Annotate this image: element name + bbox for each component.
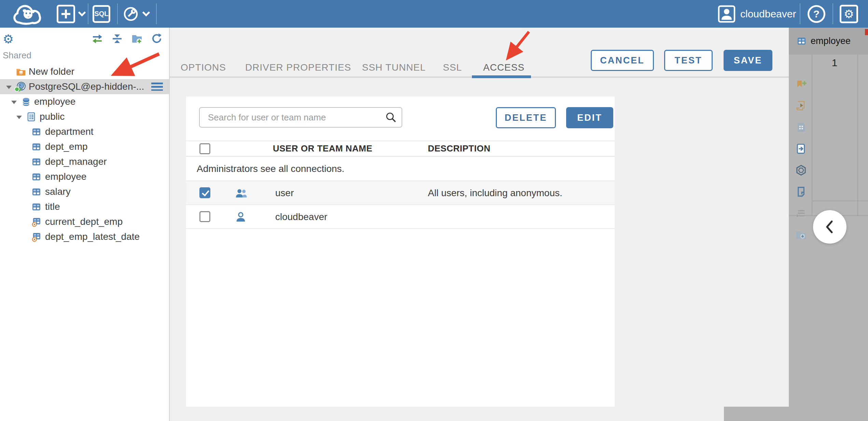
grid-line (857, 55, 858, 216)
tree-item-icon (31, 142, 42, 152)
row-checkbox[interactable] (199, 211, 210, 222)
tree-item-label: dept_emp_latest_date (45, 229, 140, 244)
tree-item-label: title (45, 199, 60, 214)
connection-settings-tab[interactable]: SSH TUNNEL (362, 60, 426, 75)
wrench-icon (122, 5, 139, 23)
tree-item[interactable]: employee (0, 169, 169, 184)
test-button[interactable]: TEST (664, 50, 713, 71)
connection-settings-tab[interactable]: DRIVER PROPERTIES (245, 60, 351, 75)
app-header: SQL cloudbeaver ? ⚙ (0, 0, 868, 28)
gear-icon: ⚙ (840, 5, 858, 23)
access-panel: DELETE EDIT USER OR TEAM NAME DESCRIPTIO… (186, 97, 615, 407)
tab-employee-label: employee (811, 28, 851, 55)
header-divider (117, 3, 118, 24)
connection-settings-tab[interactable]: OPTIONS (181, 60, 226, 75)
tab-label: OPTIONS (181, 62, 226, 73)
tree-item[interactable]: employee (0, 94, 169, 109)
user-name-label: cloudbeaver (740, 8, 796, 20)
grid-line (812, 201, 868, 201)
tree-item[interactable]: title (0, 199, 169, 214)
table-icon (796, 36, 807, 46)
cloudbeaver-logo-icon (9, 2, 47, 26)
tree-item-label: department (45, 124, 94, 139)
tree-item-label: public (40, 109, 65, 124)
tree-item-icon (31, 202, 42, 212)
tree-item[interactable]: current_dept_emp (0, 214, 169, 229)
table-viewer-panel: employee 1 (789, 28, 868, 421)
ai-assistant-icon[interactable] (795, 164, 807, 176)
tree-item-icon (26, 112, 37, 122)
tree-item-label: New folder (29, 64, 74, 79)
export-data-icon[interactable] (795, 143, 807, 155)
tab-label: DRIVER PROPERTIES (245, 62, 351, 73)
edit-button[interactable]: EDIT (566, 107, 613, 128)
search-icon[interactable] (385, 112, 397, 123)
tree-item[interactable]: dept_manager (0, 154, 169, 169)
sql-editor-button[interactable]: SQL (93, 0, 110, 28)
collapse-all-icon[interactable] (111, 32, 123, 45)
tree-item-icon (21, 97, 31, 107)
search-field-wrap (199, 107, 402, 128)
column-header-name: USER OR TEAM NAME (273, 141, 373, 156)
sync-connection-icon[interactable] (91, 32, 103, 45)
tree-item-label: salary (45, 184, 71, 199)
connection-tools-button[interactable] (122, 0, 149, 28)
settings-button[interactable]: ⚙ (840, 0, 858, 28)
tree-item-label: employee (34, 94, 75, 109)
tree-item[interactable]: public (0, 109, 169, 124)
tree-item-label: dept_emp (45, 139, 88, 154)
tree-item[interactable]: New folder (0, 64, 169, 79)
search-input[interactable] (199, 107, 402, 128)
help-button[interactable]: ? (808, 0, 825, 28)
tree-item[interactable]: dept_emp (0, 139, 169, 154)
connection-settings-tab[interactable]: ACCESS (483, 60, 524, 75)
delete-button[interactable]: DELETE (496, 107, 556, 128)
cancel-button[interactable]: CANCEL (591, 50, 654, 71)
navigator-toolbar (91, 32, 163, 45)
tree-item-label: employee (45, 169, 86, 184)
folder-import-icon[interactable] (795, 229, 807, 241)
expander-chevron-icon[interactable] (16, 116, 22, 119)
add-folder-icon[interactable] (131, 32, 143, 45)
execute-list-icon[interactable] (795, 207, 807, 219)
grid-document-icon[interactable] (795, 121, 807, 133)
tree-item[interactable]: PostgreSQL@ep-hidden-... (0, 79, 169, 94)
tree-item-icon (31, 127, 42, 137)
execute-script-icon[interactable] (795, 100, 807, 112)
item-menu-icon[interactable] (151, 83, 163, 91)
plus-icon (57, 5, 75, 23)
tree-item[interactable]: department (0, 124, 169, 139)
connection-settings-tab[interactable]: SSL (443, 60, 462, 75)
row-checkbox[interactable] (199, 187, 210, 198)
subject-name: cloudbeaver (275, 205, 327, 229)
tab-label: SSH TUNNEL (362, 62, 426, 73)
sql-icon: SQL (93, 5, 110, 23)
tree-item[interactable]: salary (0, 184, 169, 199)
bookmark-add-icon[interactable] (795, 78, 807, 90)
cloudbeaver-app: SQL cloudbeaver ? ⚙ ⚙ Shared (0, 0, 868, 421)
access-table-header: USER OR TEAM NAME DESCRIPTION (186, 141, 615, 157)
tree-item[interactable]: dept_emp_latest_date (0, 229, 169, 244)
navigator-settings-gear-icon[interactable]: ⚙ (3, 33, 14, 45)
access-row-user[interactable]: user All users, including anonymous. (186, 181, 615, 205)
expander-chevron-icon[interactable] (11, 101, 17, 104)
subject-description: All users, including anonymous. (428, 181, 562, 205)
header-divider (88, 3, 88, 24)
grid-row-number: 1 (812, 57, 857, 69)
user-menu-button[interactable]: cloudbeaver (718, 0, 796, 28)
chevron-left-icon (820, 217, 840, 237)
new-connection-button[interactable] (57, 0, 85, 28)
subject-type-icon (235, 211, 247, 223)
tab-employee[interactable]: employee (789, 28, 868, 55)
script-frame-icon[interactable] (795, 186, 807, 198)
access-row-cloudbeaver[interactable]: cloudbeaver (186, 205, 615, 229)
close-tab-red-mark (865, 29, 868, 35)
tab-label: SSL (443, 62, 462, 73)
save-button[interactable]: SAVE (724, 50, 772, 71)
chevron-down-icon (142, 9, 150, 16)
collapse-panel-button[interactable] (813, 210, 846, 244)
expander-chevron-icon[interactable] (6, 86, 12, 89)
select-all-checkbox[interactable] (199, 143, 210, 154)
refresh-tree-icon[interactable] (151, 32, 163, 45)
subject-type-icon (235, 187, 247, 199)
